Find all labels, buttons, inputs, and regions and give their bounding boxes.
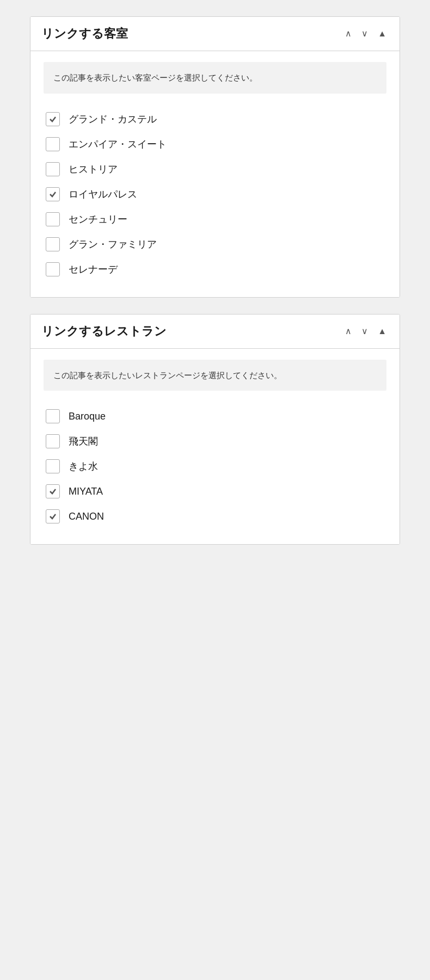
checkbox-label-miyata: MIYATA	[69, 486, 103, 497]
checkbox-label-hitenka: 飛天閣	[69, 435, 98, 448]
restaurants-collapse-button[interactable]: ▲	[376, 326, 389, 337]
restaurants-description: この記事を表示したいレストランページを選択してください。	[44, 360, 386, 391]
rooms-down-button[interactable]: ∨	[359, 28, 370, 39]
restaurants-up-button[interactable]: ∧	[343, 326, 354, 337]
list-item[interactable]: MIYATA	[44, 479, 386, 504]
checkbox-label-gran-familia: グラン・ファミリア	[69, 238, 157, 251]
rooms-up-button[interactable]: ∧	[343, 28, 354, 39]
list-item[interactable]: きよ水	[44, 454, 386, 479]
checkbox-historia[interactable]	[46, 162, 60, 176]
list-item[interactable]: ヒストリア	[44, 157, 386, 182]
restaurants-panel-controls: ∧ ∨ ▲	[343, 326, 389, 337]
checkbox-label-century: センチュリー	[69, 213, 127, 226]
rooms-checkbox-list: グランド・カステル エンパイア・スイート ヒストリア	[44, 107, 386, 282]
checkbox-kiyomizu[interactable]	[46, 459, 60, 473]
checkbox-canon[interactable]	[46, 509, 60, 523]
list-item[interactable]: センチュリー	[44, 207, 386, 232]
list-item[interactable]: グラン・ファミリア	[44, 232, 386, 257]
checkbox-label-historia: ヒストリア	[69, 163, 118, 176]
checkbox-gran-familia[interactable]	[46, 237, 60, 251]
list-item[interactable]: グランド・カステル	[44, 107, 386, 132]
list-item[interactable]: CANON	[44, 504, 386, 529]
checkbox-grand-castel[interactable]	[46, 112, 60, 126]
checkbox-royal-palace[interactable]	[46, 187, 60, 201]
restaurants-down-button[interactable]: ∨	[359, 326, 370, 337]
restaurants-panel-header: リンクするレストラン ∧ ∨ ▲	[30, 315, 400, 349]
checkbox-label-royal-palace: ロイヤルパレス	[69, 188, 137, 201]
restaurants-panel-body: この記事を表示したいレストランページを選択してください。 Baroque 飛天閣	[30, 349, 400, 545]
rooms-panel-body: この記事を表示したい客室ページを選択してください。 グランド・カステル エンパイ…	[30, 51, 400, 297]
checkbox-label-canon: CANON	[69, 511, 104, 522]
rooms-panel: リンクする客室 ∧ ∨ ▲ この記事を表示したい客室ページを選択してください。 …	[30, 16, 400, 298]
restaurants-checkbox-list: Baroque 飛天閣 きよ水 MIYATA	[44, 404, 386, 529]
list-item[interactable]: ロイヤルパレス	[44, 182, 386, 207]
rooms-collapse-button[interactable]: ▲	[376, 28, 389, 39]
checkbox-label-serenade: セレナーデ	[69, 263, 118, 276]
checkbox-label-baroque: Baroque	[69, 411, 106, 422]
list-item[interactable]: Baroque	[44, 404, 386, 429]
checkbox-serenade[interactable]	[46, 262, 60, 276]
checkbox-baroque[interactable]	[46, 409, 60, 423]
rooms-panel-controls: ∧ ∨ ▲	[343, 28, 389, 39]
checkbox-empire-suite[interactable]	[46, 137, 60, 151]
rooms-panel-header: リンクする客室 ∧ ∨ ▲	[30, 17, 400, 51]
restaurants-panel-title: リンクするレストラン	[41, 323, 167, 340]
checkbox-label-kiyomizu: きよ水	[69, 460, 98, 473]
checkbox-century[interactable]	[46, 212, 60, 226]
checkbox-hitenka[interactable]	[46, 434, 60, 448]
checkbox-label-empire-suite: エンパイア・スイート	[69, 138, 167, 151]
checkbox-label-grand-castel: グランド・カステル	[69, 113, 157, 126]
list-item[interactable]: セレナーデ	[44, 257, 386, 282]
restaurants-panel: リンクするレストラン ∧ ∨ ▲ この記事を表示したいレストランページを選択して…	[30, 314, 400, 545]
rooms-description: この記事を表示したい客室ページを選択してください。	[44, 62, 386, 94]
rooms-panel-title: リンクする客室	[41, 26, 128, 42]
list-item[interactable]: エンパイア・スイート	[44, 132, 386, 157]
list-item[interactable]: 飛天閣	[44, 429, 386, 454]
checkbox-miyata[interactable]	[46, 484, 60, 498]
